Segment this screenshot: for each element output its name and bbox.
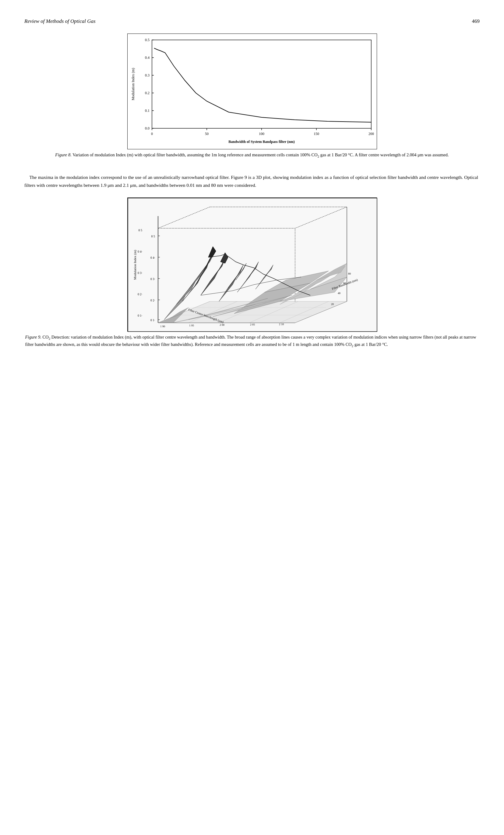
svg-text:2 00: 2 00 [219,323,225,326]
figure9-caption: Figure 9. CO2 Detection: variation of mo… [25,334,479,348]
svg-text:1 90: 1 90 [160,325,165,328]
svg-text:0: 0 [151,131,153,136]
svg-text:2 10: 2 10 [279,323,284,326]
svg-text:0 1·: 0 1· [138,314,142,317]
page-header: Review of Methods of Optical Gas 469 [24,18,480,24]
svg-text:0.1: 0.1 [145,108,149,113]
svg-text:1 95: 1 95 [189,324,194,327]
svg-text:150: 150 [314,131,319,136]
figure9-caption-bold: Figure 9. [25,334,41,340]
svg-text:0.4: 0.4 [145,56,149,60]
figure8-caption-text: Variation of modulation Index (m) with o… [72,152,449,157]
svg-text:0.0: 0.0 [145,126,149,130]
figure8-svg: 0.0 0.1 0.2 0.3 0.4 0.5 Modulation Index… [128,34,377,150]
svg-text:0 1·: 0 1· [150,319,155,322]
svg-text:0 4·: 0 4· [138,250,142,253]
page-number: 469 [472,18,480,24]
svg-text:0 4·: 0 4· [150,256,155,259]
svg-text:0 2·: 0 2· [150,299,155,302]
body-paragraph: The maxima in the modulation index corre… [24,174,478,189]
svg-text:Modulation Index (m): Modulation Index (m) [133,250,137,280]
figure8-chart: 0.0 0.1 0.2 0.3 0.4 0.5 Modulation Index… [127,34,377,149]
svg-text:2 05: 2 05 [250,323,255,326]
svg-rect-24 [152,40,371,128]
figure9-caption-text: CO2 Detection: variation of modulation I… [25,334,476,346]
svg-text:Bandwidth of System Bandpass f: Bandwidth of System Bandpass filter (nm) [228,140,294,144]
svg-text:Modulation Index (m): Modulation Index (m) [131,68,135,101]
svg-text:0 2·: 0 2· [138,292,142,296]
figure8-caption: Figure 8. Variation of modulation Index … [55,152,448,159]
svg-text:0 5: 0 5 [138,228,142,232]
svg-text:60: 60 [343,282,346,285]
svg-text:20: 20 [331,303,334,306]
figure9-chart: Modulation Index (m) 0 1· 0 2· 0 3· 0 4·… [127,198,377,331]
svg-text:100: 100 [259,131,264,136]
svg-text:0.2: 0.2 [145,91,149,95]
svg-text:0.5: 0.5 [145,38,149,42]
svg-text:0 3·: 0 3· [138,271,142,274]
figure9-svg: Modulation Index (m) 0 1· 0 2· 0 3· 0 4·… [128,198,377,332]
body-paragraph-text: The maxima in the modulation index corre… [24,175,478,188]
figure9-container: Modulation Index (m) 0 1· 0 2· 0 3· 0 4·… [24,198,480,357]
svg-text:0.3: 0.3 [145,73,149,77]
figure8-caption-bold: Figure 8. [55,152,71,157]
svg-text:0 3·: 0 3· [150,277,155,281]
page-title: Review of Methods of Optical Gas [24,18,96,24]
svg-text:0 5: 0 5 [151,235,155,238]
svg-text:80: 80 [348,272,351,275]
svg-text:50: 50 [205,131,209,136]
figure8-container: 0.0 0.1 0.2 0.3 0.4 0.5 Modulation Index… [24,34,480,167]
svg-text:40: 40 [338,292,341,295]
svg-text:200: 200 [369,131,374,136]
